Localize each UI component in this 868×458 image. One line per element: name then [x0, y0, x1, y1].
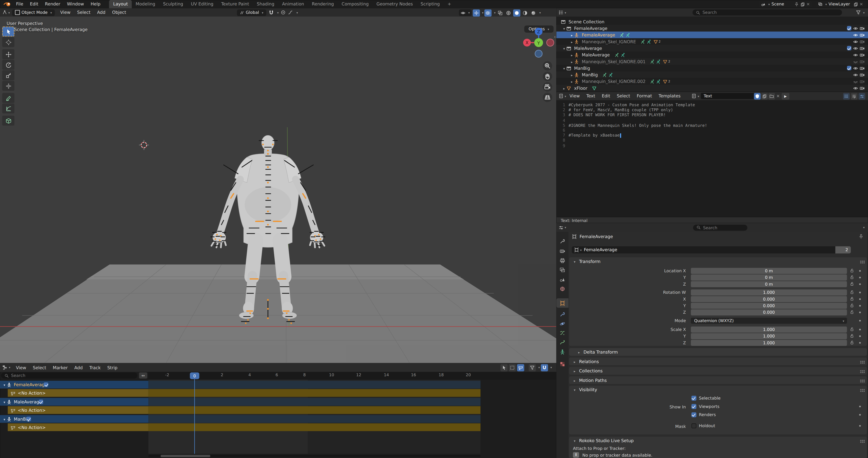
chevron-down-icon[interactable]: ▾	[863, 11, 865, 14]
animate-dot[interactable]	[859, 329, 861, 330]
animate-dot[interactable]	[859, 406, 861, 407]
tab-shading[interactable]: Shading	[253, 0, 278, 8]
nla-track-mute-checkbox[interactable]	[38, 399, 43, 404]
viewport-menu-add[interactable]: Add	[94, 10, 109, 15]
collection-checkbox[interactable]	[847, 26, 851, 30]
text-menu-select[interactable]: Select	[614, 94, 633, 99]
nla-channel-maleaverage[interactable]: ▾ MaleAverage	[0, 398, 148, 406]
unlink-text-icon[interactable]: ×	[776, 94, 780, 99]
tab-particles[interactable]	[556, 328, 568, 338]
object-name-field[interactable]: ▾ FemaleAverage 2	[572, 246, 851, 254]
tool-rotate[interactable]	[2, 60, 14, 70]
visibility-panel-header[interactable]: ▾Visibility	[569, 386, 867, 393]
text-modified-shield-icon[interactable]	[754, 93, 761, 99]
animate-dot[interactable]	[859, 283, 861, 285]
motion-paths-panel[interactable]: ▸Motion Paths	[569, 376, 867, 384]
menu-file[interactable]: File	[13, 2, 27, 7]
tool-measure[interactable]	[2, 103, 14, 113]
animate-dot[interactable]	[859, 277, 861, 279]
nla-menu-add[interactable]: Add	[71, 365, 86, 370]
scene-selector[interactable]: ▾ Scene ×	[758, 1, 813, 7]
viewport-menu-view[interactable]: View	[57, 10, 74, 15]
lock-icon[interactable]	[850, 340, 854, 345]
tab-rendering[interactable]: Rendering	[308, 0, 338, 8]
nla-channel-femaleaverage[interactable]: ▾ FemaleAverage	[0, 381, 148, 389]
outliner-row-object-maleaverage[interactable]: ▸ MaleAverage	[556, 52, 868, 58]
menu-window[interactable]: Window	[64, 2, 87, 7]
nla-tweak-tool-button[interactable]	[501, 364, 508, 371]
nla-menu-select[interactable]: Select	[29, 365, 50, 370]
open-text-button[interactable]	[769, 93, 775, 99]
hide-eye-icon[interactable]	[853, 39, 858, 44]
tab-modeling[interactable]: Modeling	[132, 0, 159, 8]
text-editor-content[interactable]: 1#Cyberpunk 2077 - Custom Pose and Anima…	[558, 100, 868, 217]
chevron-down-icon[interactable]: ▾	[863, 226, 865, 229]
expand-icon[interactable]: ▸	[569, 60, 574, 63]
nla-search-input[interactable]: Search	[1, 372, 137, 379]
chevron-down-icon[interactable]: ▾	[297, 11, 298, 14]
tab-physics[interactable]	[556, 319, 568, 328]
lock-icon[interactable]	[850, 327, 854, 332]
delta-transform-panel[interactable]: ▸Delta Transform	[569, 348, 867, 356]
nla-menu-marker[interactable]: Marker	[50, 365, 71, 370]
hide-eye-icon[interactable]	[853, 52, 858, 57]
animate-dot[interactable]	[859, 342, 861, 344]
disable-render-camera-icon[interactable]	[860, 66, 865, 71]
nla-track-mute-checkbox[interactable]	[44, 382, 49, 387]
panel-grip[interactable]	[860, 380, 862, 381]
animate-dot[interactable]	[859, 312, 861, 313]
transform-orientation-selector[interactable]: Global▾	[237, 9, 266, 15]
tool-cursor[interactable]	[2, 37, 14, 47]
rotation-w-field[interactable]: 1.000	[691, 290, 847, 295]
new-viewlayer-icon[interactable]	[854, 2, 858, 7]
new-scene-icon[interactable]	[800, 2, 805, 7]
holdout-checkbox[interactable]	[691, 424, 696, 428]
outliner-row-object-mannequin-skel[interactable]: ▸ Mannequin_Skel_IGNORE 2	[556, 38, 868, 45]
nla-track-mute-checkbox[interactable]	[27, 417, 31, 421]
disable-render-camera-icon[interactable]	[860, 52, 865, 57]
lock-icon[interactable]	[850, 310, 854, 315]
text-menu-format[interactable]: Format	[633, 94, 655, 99]
tab-modifiers[interactable]	[556, 309, 568, 319]
outliner-row-collection-femaleaverage[interactable]: ▾ FemaleAverage	[556, 25, 868, 31]
shading-rendered-button[interactable]	[530, 9, 537, 16]
text-menu-templates[interactable]: Templates	[655, 94, 684, 99]
filter-icon[interactable]	[856, 10, 861, 15]
chevron-down-icon[interactable]: ▾	[277, 11, 279, 14]
tool-annotate[interactable]	[2, 93, 14, 103]
nla-h-scrollbar[interactable]	[148, 455, 480, 457]
transform-panel-header[interactable]: ▾Transform	[569, 257, 867, 265]
syntax-highlight-toggle[interactable]	[859, 93, 865, 99]
blender-logo-icon[interactable]	[3, 1, 11, 7]
lock-icon[interactable]	[850, 290, 854, 294]
viewlayer-selector[interactable]: ▾ ViewLayer ×	[815, 1, 866, 7]
tab-texture-paint[interactable]: Texture Paint	[217, 0, 253, 8]
falloff-curve-icon[interactable]	[288, 10, 293, 15]
lock-icon[interactable]	[850, 297, 854, 301]
shading-solid-button[interactable]	[513, 9, 521, 16]
disable-render-camera-icon[interactable]	[860, 72, 865, 77]
text-datablock-name-field[interactable]: Text	[701, 93, 754, 99]
show-in-viewports-checkbox[interactable]	[691, 404, 696, 409]
add-workspace-button[interactable]: +	[444, 0, 455, 8]
show-in-renders-checkbox[interactable]	[691, 413, 696, 417]
location-x-field[interactable]: 0 m	[691, 268, 847, 274]
unlink-scene-icon[interactable]: ×	[806, 2, 810, 7]
outliner-search-input[interactable]: Search	[693, 9, 842, 15]
lock-icon[interactable]	[850, 275, 854, 280]
location-y-field[interactable]: 0 m	[691, 274, 847, 281]
expand-icon[interactable]: ▾	[562, 46, 566, 50]
menu-help[interactable]: Help	[87, 2, 104, 7]
animate-dot[interactable]	[859, 320, 861, 321]
lock-icon[interactable]	[850, 303, 854, 308]
disable-render-camera-icon[interactable]	[860, 86, 865, 90]
tab-compositing[interactable]: Compositing	[338, 0, 373, 8]
outliner-row-object-femaleaverage[interactable]: ▸ FemaleAverage	[556, 31, 868, 38]
remove-viewlayer-icon[interactable]: ×	[860, 2, 863, 7]
hidden-eye-closed-icon[interactable]	[853, 79, 858, 84]
nla-expand-width-button[interactable]: ↔	[139, 372, 147, 379]
tool-scale[interactable]	[2, 70, 14, 80]
animate-dot[interactable]	[859, 270, 861, 271]
show-gizmo-toggle[interactable]	[473, 9, 480, 16]
rotation-y-field[interactable]: 0.000	[691, 303, 847, 308]
